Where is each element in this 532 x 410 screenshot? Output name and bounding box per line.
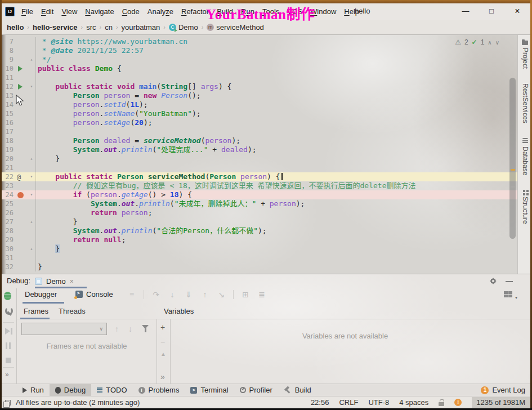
show-execution-point-icon[interactable] (127, 290, 136, 299)
inspection-widget[interactable]: 2 1 (455, 38, 499, 46)
menu-code[interactable]: Code (121, 6, 141, 17)
code-line-9[interactable]: 9 */ (0, 55, 517, 64)
breadcrumb-hello[interactable]: hello (6, 23, 25, 32)
code-line-30[interactable]: 30 } (0, 244, 517, 253)
menu-analyze[interactable]: Analyze (146, 6, 175, 17)
code-line-18[interactable]: 18 Person dealed = serviceMethod(person)… (0, 136, 517, 145)
intellij-logo-icon[interactable]: IJ (5, 7, 15, 16)
more-icon[interactable] (160, 372, 165, 381)
tool-stripe-database[interactable]: Database (521, 138, 529, 175)
step-out-icon[interactable] (200, 290, 209, 299)
alert-icon[interactable] (454, 399, 462, 406)
tab-debugger[interactable]: Debugger (25, 290, 57, 298)
rerun-debug-icon[interactable] (4, 292, 11, 300)
code-line-29[interactable]: 29 return null; (0, 235, 517, 244)
breadcrumb-hello-service[interactable]: hello-service (32, 23, 79, 32)
code-line-21[interactable]: 21 (0, 163, 517, 172)
editor-scrollbar[interactable] (508, 35, 516, 274)
resume-button[interactable] (4, 327, 13, 336)
frame-down-icon[interactable] (128, 324, 132, 333)
tool-stripe-project[interactable]: Project (521, 41, 529, 69)
code-line-32[interactable]: 32} (0, 262, 517, 271)
fold-marker-icon[interactable] (28, 244, 35, 253)
toggle-toolwindows-icon[interactable] (5, 400, 11, 405)
stop-button[interactable] (4, 356, 13, 365)
code-line-22[interactable]: 22 public static Person serviceMethod(Pe… (0, 172, 517, 181)
filter-icon[interactable] (142, 325, 149, 329)
fold-marker-icon[interactable] (28, 154, 35, 163)
code-line-20[interactable]: 20 } (0, 154, 517, 163)
code-line-7[interactable]: 7 * @site https://www.yourbatman.cn (0, 37, 517, 46)
step-over-icon[interactable] (151, 290, 160, 299)
frame-up-icon[interactable] (115, 324, 119, 333)
toolwindow-tab-terminal[interactable]: Terminal (185, 384, 234, 396)
hide-panel-icon[interactable] (506, 281, 513, 282)
maximize-button[interactable]: □ (479, 3, 504, 20)
wrench-settings-icon[interactable] (4, 307, 13, 316)
toolwindow-tab-problems[interactable]: Problems (133, 384, 185, 396)
fold-marker-icon[interactable] (28, 172, 35, 181)
code-line-11[interactable]: 11 (0, 73, 517, 82)
fold-marker-icon[interactable] (28, 55, 35, 64)
more-icon[interactable] (5, 371, 14, 380)
move-watch-up-icon[interactable] (160, 351, 166, 357)
toolwindow-tab-debug[interactable]: Debug (50, 384, 91, 396)
breadcrumb-yourbatman[interactable]: yourbatman (120, 23, 162, 32)
tab-threads[interactable]: Threads (59, 307, 86, 315)
menu-navigate[interactable]: Navigate (84, 6, 115, 17)
fold-marker-icon[interactable] (28, 217, 35, 226)
minimize-button[interactable]: — (453, 3, 479, 20)
evaluate-expression-icon[interactable] (241, 290, 250, 299)
toolwindow-tab-run[interactable]: Run (17, 384, 50, 396)
code-line-19[interactable]: 19 System.out.println("处理完成..." + dealed… (0, 145, 517, 154)
force-step-into-icon[interactable] (184, 290, 193, 299)
breakpoint-icon[interactable] (17, 192, 24, 198)
indent-indicator[interactable]: 4 spaces (399, 398, 428, 407)
thread-selector[interactable] (21, 323, 107, 335)
toolwindow-tab-profiler[interactable]: Profiler (234, 384, 278, 396)
code-line-10[interactable]: 10public class Demo { (0, 64, 517, 73)
code-line-23[interactable]: 23 // 假如这里有bug，应该是 < 18，这时调试到这里来 希望快速返回，… (0, 181, 517, 190)
close-button[interactable]: × (504, 3, 530, 20)
settings-layout-icon[interactable] (257, 290, 266, 299)
pause-button[interactable] (4, 341, 13, 350)
scrollbar-thumb[interactable] (509, 78, 516, 239)
warning-stripe-mark[interactable] (511, 169, 515, 171)
menu-view[interactable]: View (60, 6, 78, 17)
code-line-8[interactable]: 8 * @date 2021/1/25 22:57 (0, 46, 517, 55)
info-stripe-mark[interactable] (511, 186, 515, 188)
menu-file[interactable]: File (20, 6, 34, 17)
fold-marker-icon[interactable] (28, 190, 35, 199)
debug-session-tab[interactable]: Demo (35, 275, 74, 287)
code-line-31[interactable]: 31 (0, 253, 517, 262)
code-line-24[interactable]: 24 if (person.getAge() > 18) { (0, 190, 517, 199)
breadcrumb-src[interactable]: src (85, 23, 97, 32)
remove-watch-icon[interactable] (160, 337, 165, 346)
tab-console[interactable]: Console (75, 290, 113, 298)
close-icon[interactable] (70, 278, 74, 286)
code-line-26[interactable]: 26 return person; (0, 208, 517, 217)
tool-stripe-structure[interactable]: Structure (521, 190, 529, 224)
code-line-16[interactable]: 16 person.setAge(20); (0, 118, 517, 127)
breadcrumb-servicemethod[interactable]: mserviceMethod (205, 23, 265, 32)
code-line-25[interactable]: 25 System.out.println("未成年，删除掉此人：" + per… (0, 199, 517, 208)
toolwindow-tab-build[interactable]: Build (278, 384, 317, 396)
code-line-15[interactable]: 15 person.setName("YourBatman"); (0, 109, 517, 118)
run-line-icon[interactable] (18, 66, 23, 72)
step-into-icon[interactable] (168, 290, 177, 299)
event-log-button[interactable]: 1 Event Log (481, 386, 525, 394)
code-line-17[interactable]: 17 (0, 127, 517, 136)
next-problem-icon[interactable] (495, 38, 499, 46)
restore-layout-icon[interactable] (504, 291, 513, 298)
breadcrumb-cn[interactable]: cn (104, 23, 114, 32)
code-line-13[interactable]: 13 Person person = new Person(); (0, 91, 517, 100)
memory-indicator[interactable]: 1235 of 1981M (472, 397, 530, 408)
code-line-28[interactable]: 28 System.out.println("合法的Person，什么都不做")… (0, 226, 517, 235)
code-line-27[interactable]: 27 } (0, 217, 517, 226)
menu-edit[interactable]: Edit (40, 6, 55, 17)
gear-icon[interactable] (490, 278, 497, 284)
toolwindow-tab-todo[interactable]: TODO (91, 384, 132, 396)
prev-problem-icon[interactable] (488, 38, 491, 46)
tab-frames[interactable]: Frames (24, 307, 48, 315)
code-line-12[interactable]: 12 public static void main(String[] args… (0, 82, 517, 91)
